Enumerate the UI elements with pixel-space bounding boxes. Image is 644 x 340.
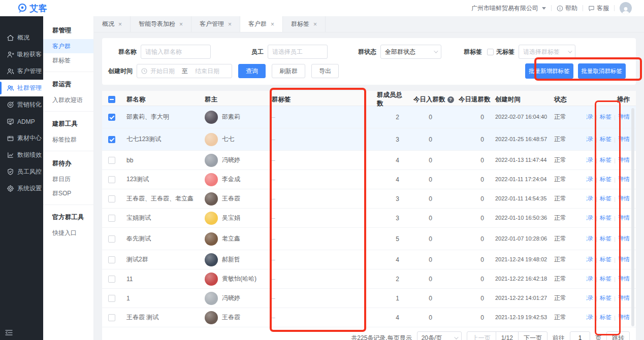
- submenu-item-群标签[interactable]: 群标签: [43, 53, 93, 67]
- action-link-详情[interactable]: 详情: [618, 176, 630, 183]
- action-link-详情[interactable]: 详情: [618, 235, 630, 243]
- info-icon[interactable]: ?: [447, 96, 454, 103]
- row-checkbox[interactable]: [108, 256, 115, 263]
- submenu-item-快捷入口[interactable]: 快捷入口: [43, 226, 93, 240]
- action-link-标签[interactable]: 标签: [600, 195, 611, 202]
- action-link-标签[interactable]: 标签: [600, 113, 611, 121]
- sidebar-item-客户管理[interactable]: 客户管理: [0, 63, 43, 80]
- action-link-详情[interactable]: 详情: [618, 156, 630, 164]
- jump-button[interactable]: 跳转: [606, 331, 630, 340]
- action-link-聊天记录[interactable]: 聊天记录: [587, 176, 593, 183]
- action-link-详情[interactable]: 详情: [618, 195, 630, 202]
- submenu-item-客户群[interactable]: 客户群: [43, 39, 93, 53]
- divider: |: [596, 236, 597, 242]
- close-icon[interactable]: ×: [118, 21, 122, 28]
- row-checkbox[interactable]: [108, 314, 115, 321]
- collapse-sidebar-icon[interactable]: [5, 329, 13, 336]
- date-range-picker[interactable]: 开始日期 至 结束日期: [137, 64, 232, 78]
- action-link-详情[interactable]: 详情: [618, 275, 630, 283]
- group-status-select[interactable]: 全部群状态: [380, 45, 441, 59]
- sidebar-item-素材中心[interactable]: 素材中心: [0, 130, 43, 147]
- tab-概况[interactable]: 概况×: [94, 16, 131, 32]
- batch-add-tag-button[interactable]: 批量新增群标签: [525, 63, 573, 79]
- action-link-标签[interactable]: 标签: [600, 314, 611, 321]
- close-icon[interactable]: ×: [228, 21, 232, 28]
- submenu-item-群日历[interactable]: 群日历: [43, 172, 93, 186]
- row-checkbox[interactable]: [108, 295, 115, 302]
- action-link-详情[interactable]: 详情: [618, 314, 630, 321]
- action-link-聊天记录[interactable]: 聊天记录: [587, 113, 593, 121]
- sidebar-item-员工风控[interactable]: 员工风控: [0, 163, 43, 180]
- sidebar-item-概况[interactable]: 概况: [0, 29, 43, 46]
- submenu-item-群SOP[interactable]: 群SOP: [43, 186, 93, 200]
- group-name-input[interactable]: [141, 45, 211, 59]
- row-checkbox[interactable]: [108, 276, 115, 283]
- action-link-聊天记录[interactable]: 聊天记录: [587, 314, 593, 321]
- action-link-标签[interactable]: 标签: [600, 235, 611, 243]
- tab-智能导表加粉[interactable]: 智能导表加粉×: [131, 16, 191, 32]
- page-size-select[interactable]: 20条/页: [417, 331, 462, 340]
- divider: [43, 72, 93, 72]
- members-count: 1: [366, 295, 406, 302]
- action-link-标签[interactable]: 标签: [600, 294, 611, 302]
- sidebar-item-吸粉获客[interactable]: 吸粉获客: [0, 46, 43, 63]
- action-link-详情[interactable]: 详情: [618, 294, 630, 302]
- action-link-详情[interactable]: 详情: [618, 256, 630, 263]
- row-checkbox[interactable]: [108, 235, 115, 243]
- action-link-标签[interactable]: 标签: [600, 176, 611, 183]
- sidebar-item-数据绩效[interactable]: 数据绩效: [0, 147, 43, 163]
- select-all-checkbox[interactable]: [108, 96, 115, 103]
- batch-cancel-tag-button[interactable]: 批量取消群标签: [578, 63, 626, 79]
- staff-input[interactable]: [268, 45, 328, 59]
- group-tag-select[interactable]: 请选择群标签: [519, 45, 575, 59]
- join-today-count: 0: [406, 215, 455, 222]
- row-checkbox[interactable]: [108, 136, 115, 143]
- action-link-聊天记录[interactable]: 聊天记录: [587, 235, 593, 243]
- close-icon[interactable]: ×: [313, 21, 317, 28]
- action-link-聊天记录[interactable]: 聊天记录: [587, 256, 593, 263]
- action-link-标签[interactable]: 标签: [600, 275, 611, 283]
- action-link-聊天记录[interactable]: 聊天记录: [587, 156, 593, 164]
- action-link-标签[interactable]: 标签: [600, 135, 611, 143]
- row-checkbox[interactable]: [108, 114, 115, 121]
- company-dropdown[interactable]: 广州市喵鲜贸易有限公司: [471, 4, 546, 13]
- user-avatar[interactable]: [620, 2, 632, 14]
- row-checkbox[interactable]: [108, 176, 115, 183]
- sidebar-item-社群管理[interactable]: 社群管理: [0, 80, 43, 96]
- action-link-标签[interactable]: 标签: [600, 256, 611, 263]
- action-link-详情[interactable]: 详情: [618, 135, 630, 143]
- tab-群标签[interactable]: 群标签×: [283, 16, 326, 32]
- sidebar-item-系统设置[interactable]: 系统设置: [0, 180, 43, 197]
- owner-name: 老立鑫: [222, 234, 240, 243]
- sidebar-item-营销转化[interactable]: 营销转化: [0, 96, 43, 113]
- row-checkbox[interactable]: [108, 195, 115, 202]
- search-button[interactable]: 查询: [238, 64, 266, 78]
- action-link-聊天记录[interactable]: 聊天记录: [587, 135, 593, 143]
- row-checkbox[interactable]: [108, 215, 115, 222]
- row-checkbox[interactable]: [108, 157, 115, 164]
- action-link-聊天记录[interactable]: 聊天记录: [587, 275, 593, 283]
- submenu-item-标签拉群[interactable]: 标签拉群: [43, 132, 93, 147]
- no-tag-checkbox[interactable]: [487, 49, 494, 55]
- refresh-group-button[interactable]: 刷新群: [272, 64, 305, 78]
- next-page-button[interactable]: 下一页: [518, 332, 547, 340]
- prev-page-button[interactable]: 上一页: [467, 332, 496, 340]
- sidebar-item-ADMP[interactable]: ADMP: [0, 113, 43, 130]
- table-scrollbar[interactable]: [631, 108, 634, 326]
- action-link-聊天记录[interactable]: 聊天记录: [587, 214, 593, 222]
- action-link-详情[interactable]: 详情: [618, 214, 630, 222]
- submenu-item-入群欢迎语[interactable]: 入群欢迎语: [43, 93, 93, 107]
- close-icon[interactable]: ×: [179, 21, 183, 28]
- action-link-聊天记录[interactable]: 聊天记录: [587, 294, 593, 302]
- action-link-详情[interactable]: 详情: [618, 113, 630, 121]
- action-link-标签[interactable]: 标签: [600, 156, 611, 164]
- goto-page-input[interactable]: [570, 331, 590, 340]
- tab-客户管理[interactable]: 客户管理×: [191, 16, 240, 32]
- service-link[interactable]: 客服: [588, 4, 609, 13]
- tab-客户群[interactable]: 客户群×: [240, 16, 283, 32]
- help-link[interactable]: 帮助: [557, 4, 577, 13]
- export-button[interactable]: 导出: [311, 64, 339, 78]
- action-link-标签[interactable]: 标签: [600, 214, 611, 222]
- action-link-聊天记录[interactable]: 聊天记录: [587, 195, 593, 202]
- close-icon[interactable]: ×: [271, 21, 274, 28]
